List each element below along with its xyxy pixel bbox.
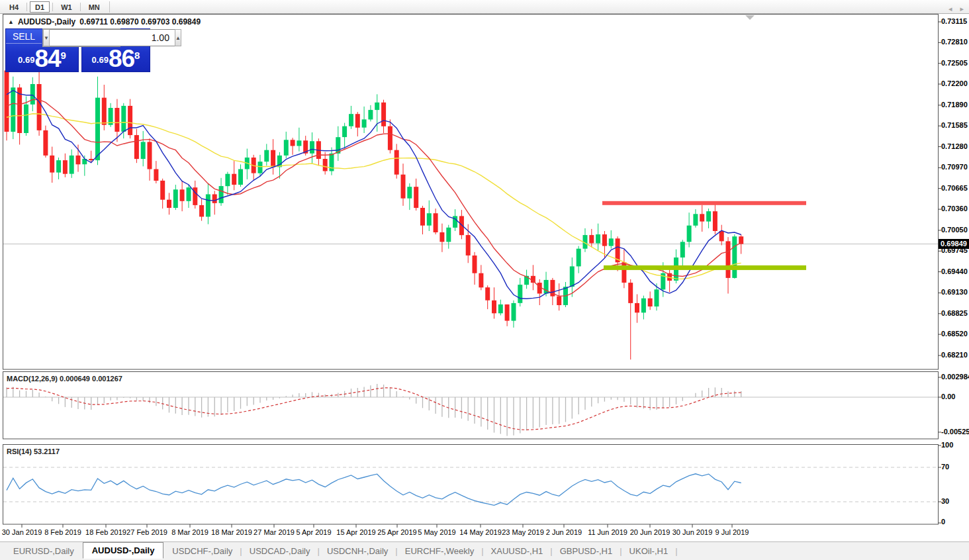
macd-tick-label: 0.00: [941, 393, 969, 400]
timeframe-button-d1[interactable]: D1: [30, 1, 50, 13]
tab-nav-prev-icon[interactable]: ◂: [948, 5, 952, 13]
volume-increase-icon[interactable]: ▲: [175, 29, 181, 46]
current-price-tag: 0.69849: [939, 239, 969, 249]
sell-price-big: 84: [34, 48, 60, 69]
toolbar-separator: [80, 3, 81, 11]
symbol-tab-bar: EURUSD-,DailyAUDUSD-,DailyUSDCHF-,Daily|…: [0, 541, 969, 560]
price-tick-label: 0.72810: [941, 38, 969, 46]
rsi-indicator-label: RSI(14) 53.2117: [7, 447, 60, 455]
rsi-tick-label: 0: [941, 518, 969, 526]
timeframe-button-w1[interactable]: W1: [56, 1, 77, 13]
tab-ukoil-h1[interactable]: UKOil-,H1: [623, 543, 675, 559]
buy-price-big: 86: [109, 48, 134, 69]
volume-spinner: ▼ ▲: [42, 28, 120, 47]
price-tick-label: 0.68520: [941, 330, 969, 338]
price-tick-label: 0.73115: [941, 17, 969, 25]
tab-separator: |: [395, 546, 397, 556]
tab-usdchf-daily[interactable]: USDCHF-,Daily: [165, 543, 239, 559]
toolbar-separator: [26, 3, 27, 11]
collapse-panel-icon[interactable]: ▲: [8, 19, 14, 25]
macd-tick-label: -0.005256: [941, 428, 969, 436]
volume-input[interactable]: [50, 29, 175, 46]
toolbar-separator: [109, 1, 110, 13]
tab-separator: |: [620, 546, 622, 556]
price-tick-label: 0.72200: [941, 79, 969, 87]
buy-price: 0.69 86 8: [82, 48, 150, 69]
price-tick-label: 0.70050: [941, 226, 969, 234]
rsi-tick-label: 70: [941, 463, 969, 471]
tab-audusd-daily[interactable]: AUDUSD-,Daily: [83, 542, 164, 559]
timeframe-button-h4[interactable]: H4: [4, 1, 24, 13]
price-tick-label: 0.69130: [941, 288, 969, 296]
chart-symbol-title: AUDUSD-,Daily: [18, 17, 75, 26]
toolbar-separator: [52, 3, 53, 11]
sell-button[interactable]: SELL: [6, 29, 42, 44]
timeframe-button-mn[interactable]: MN: [83, 1, 105, 13]
rsi-tick-label: 30: [941, 497, 969, 505]
sell-price-pip: 9: [61, 50, 66, 61]
chart-header: ▲ AUDUSD-,Daily 0.69711 0.69870 0.69703 …: [8, 17, 201, 26]
price-tick-label: 0.68825: [941, 309, 969, 317]
tab-usdcnh-daily[interactable]: USDCNH-,Daily: [320, 543, 394, 559]
tab-gbpusd-h1[interactable]: GBPUSD-,H1: [553, 543, 619, 559]
tab-separator: |: [550, 546, 552, 556]
price-tick-label: 0.71890: [941, 101, 969, 109]
macd-tick-label: 0.002984: [941, 373, 969, 381]
sell-price: 0.69 84 9: [6, 48, 78, 69]
tab-separator: |: [675, 546, 677, 556]
rsi-tick-label: 100: [941, 441, 969, 449]
trading-platform-screen: H4D1W1MN ▲ AUDUSD-,Daily 0.69711 0.69870…: [0, 0, 969, 560]
price-tick-label: 0.69440: [941, 267, 969, 275]
tab-separator: |: [317, 546, 319, 556]
price-tick-label: 0.71585: [941, 121, 969, 129]
tab-nav-next-icon[interactable]: ▸: [960, 5, 964, 13]
tab-usdcad-daily[interactable]: USDCAD-,Daily: [243, 543, 317, 559]
macd-indicator-label: MACD(12,26,9) 0.000649 0.001267: [7, 375, 122, 383]
sell-price-prefix: 0.69: [18, 55, 34, 65]
buy-price-prefix: 0.69: [92, 55, 109, 65]
buy-price-pip: 8: [134, 50, 140, 61]
volume-decrease-icon[interactable]: ▼: [43, 29, 50, 46]
price-tick-label: 0.70360: [941, 205, 969, 212]
timeframe-toolbar: H4D1W1MN: [0, 0, 969, 14]
tab-eurchf-weekly[interactable]: EURCHF-,Weekly: [398, 543, 481, 559]
price-tick-label: 0.68210: [941, 351, 969, 359]
one-click-trade-panel: SELL 0.69 84 9 BUY 0.69 86 8 ▼ ▲: [5, 28, 150, 72]
date-label: 9 Jul 2019: [702, 528, 762, 536]
chart-shift-marker-icon: [745, 15, 755, 20]
price-tick-label: 0.70970: [941, 163, 969, 171]
tab-xauusd-h1[interactable]: XAUUSD-,H1: [484, 543, 550, 559]
price-tick-label: 0.70665: [941, 184, 969, 192]
chart-canvas[interactable]: [0, 0, 969, 560]
tab-separator: |: [481, 546, 483, 556]
tab-nav: ◂ ▸: [948, 5, 964, 13]
price-tick-label: 0.71280: [941, 142, 969, 150]
price-tick-label: 0.72505: [941, 59, 969, 67]
tab-eurusd-daily[interactable]: EURUSD-,Daily: [7, 543, 81, 559]
chart-ohlc-values: 0.69711 0.69870 0.69703 0.69849: [79, 17, 201, 26]
tab-separator: |: [240, 546, 242, 556]
